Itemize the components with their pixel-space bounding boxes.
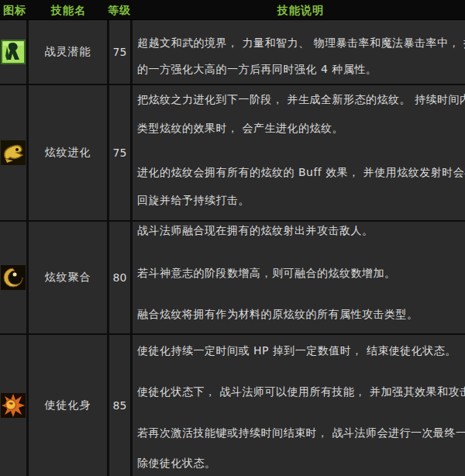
skill-level: 75 (109, 85, 133, 220)
header-level-label: 等级 (108, 0, 131, 20)
skill-description: 超越文和武的境界， 力量和智力、 物理暴击率和魔法暴击率中， 把属性低的一方强化… (133, 20, 465, 84)
skill-table: 图标 技能名 等级 技能说明 战灵潜能75超越文和武的境界， 力量和智力、 物理… (0, 0, 465, 476)
skill-description: 把炫纹之力进化到下一阶段， 并生成全新形态的炫纹。 持续时间内达成所有类型炫纹的… (133, 85, 465, 220)
skill-description: 使徒化持续一定时间或 HP 掉到一定数值时， 结束使徒化状态。使徒化状态下， 战… (133, 335, 465, 476)
skill-description-line: 进化的炫纹会拥有所有的炫纹的 Buff 效果， 并使用炫纹发射时会在敌人周围 (137, 164, 465, 180)
header-skill-name-label: 技能名 (51, 0, 86, 20)
skill-description-line: 若再次激活技能键或持续时间结束时， 战斗法师会进行一次最终一击后再解 (137, 425, 465, 440)
skill-description-line: 回旋并给予持续打击。 (137, 192, 465, 208)
skill-level: 85 (109, 335, 133, 476)
skill-description-line: 若斗神意志的阶段数增高，则可融合的炫纹数增加。 (137, 265, 465, 281)
warrior-spirit-icon (1, 40, 26, 64)
skill-name: 战灵潜能 (29, 20, 109, 84)
skill-description-line: 超越文和武的境界， 力量和智力、 物理暴击率和魔法暴击率中， 把属性低 (137, 35, 465, 50)
header-icon-label: 图标 (3, 0, 26, 20)
pattern-evolution-icon (1, 140, 26, 165)
skill-description: 战斗法师融合现在拥有的炫纹射出并攻击敌人。若斗神意志的阶段数增高，则可融合的炫纹… (133, 222, 465, 333)
skill-description-line: 把炫纹之力进化到下一阶段， 并生成全新形态的炫纹。 持续时间内达成所有 (137, 91, 465, 107)
skill-row: 炫纹进化75把炫纹之力进化到下一阶段， 并生成全新形态的炫纹。 持续时间内达成所… (0, 85, 465, 222)
skill-level: 80 (109, 222, 133, 333)
skill-row: 炫纹聚合80战斗法师融合现在拥有的炫纹射出并攻击敌人。若斗神意志的阶段数增高，则… (0, 222, 465, 335)
skill-icon-cell (0, 335, 29, 476)
apostle-avatar-icon (1, 393, 26, 418)
skill-name: 使徒化身 (29, 335, 109, 476)
skill-name: 炫纹聚合 (29, 222, 109, 333)
header-description-label: 技能说明 (277, 0, 324, 20)
skill-icon-cell (0, 85, 29, 220)
table-body: 战灵潜能75超越文和武的境界， 力量和智力、 物理暴击率和魔法暴击率中， 把属性… (0, 20, 465, 476)
skill-level: 75 (109, 20, 133, 84)
skill-icon-cell (0, 222, 29, 333)
skill-description-line: 融合炫纹将拥有作为材料的原炫纹的所有属性攻击类型。 (137, 306, 465, 322)
skill-row: 使徒化身85使徒化持续一定时间或 HP 掉到一定数值时， 结束使徒化状态。使徒化… (0, 335, 465, 476)
skill-description-line: 除使徒化状态。 (137, 455, 465, 471)
table-header: 图标 技能名 等级 技能说明 (0, 0, 465, 20)
pattern-fusion-icon (1, 265, 26, 290)
skill-description-line: 的一方强化大高的一方后再同时强化 4 种属性。 (137, 61, 465, 77)
skill-description-line: 类型炫纹的效果时， 会产生进化的炫纹。 (137, 120, 465, 136)
skill-description-line: 战斗法师融合现在拥有的炫纹射出并攻击敌人。 (137, 222, 465, 238)
skill-description-line: 使徒化状态下， 战斗法师可以使用所有技能， 并加强其效果和攻击力。 (137, 384, 465, 399)
skill-icon-cell (0, 20, 29, 84)
skill-description-line: 使徒化持续一定时间或 HP 掉到一定数值时， 结束使徒化状态。 (137, 343, 465, 358)
skill-row: 战灵潜能75超越文和武的境界， 力量和智力、 物理暴击率和魔法暴击率中， 把属性… (0, 20, 465, 85)
skill-name: 炫纹进化 (29, 85, 109, 220)
